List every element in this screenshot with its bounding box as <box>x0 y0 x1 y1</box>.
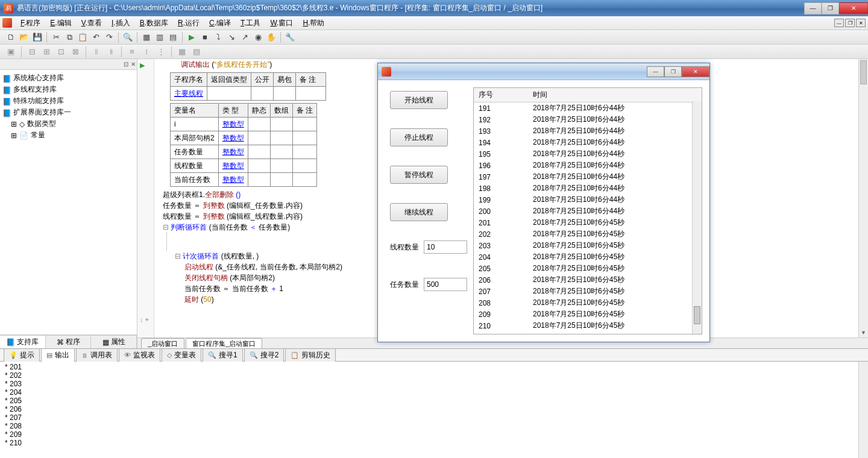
align2-icon[interactable]: ⊞ <box>40 46 52 58</box>
find-icon[interactable]: 🔍 <box>122 31 134 43</box>
mdi-min-button[interactable]: — <box>834 19 844 27</box>
menu-program[interactable]: F.程序 <box>16 16 45 30</box>
grid2-icon[interactable]: ▧ <box>190 46 203 58</box>
size2-icon[interactable]: ⫶ <box>140 46 153 58</box>
menu-view[interactable]: V.查看 <box>77 16 107 30</box>
dist2-icon[interactable]: ⫵ <box>105 46 117 58</box>
size3-icon[interactable]: ⋮ <box>155 46 167 58</box>
menu-window[interactable]: W.窗口 <box>265 16 298 30</box>
menu-tools[interactable]: T.工具 <box>236 16 265 30</box>
mdi-close-button[interactable]: ✕ <box>856 19 866 27</box>
tool-icon[interactable]: 🔧 <box>284 31 296 43</box>
layout1-icon[interactable]: ▦ <box>140 31 153 43</box>
copy-icon[interactable]: ⧉ <box>63 31 75 43</box>
step-over-icon[interactable]: ⤵ <box>212 31 224 43</box>
main-titlebar: 易 易语言(加密狗版) [正在运行] - C:\Users\admin\AppD… <box>0 0 868 16</box>
redo-icon[interactable]: ↷ <box>103 31 115 43</box>
align1-icon[interactable]: ⊟ <box>26 46 38 58</box>
toolbar-1: 🗋 📂 💾 ✂ ⧉ 📋 ↶ ↷ 🔍 ▦ ▥ ▤ ▶ ■ ⤵ ↘ ↗ ◉ ✋ 🔧 <box>0 30 868 45</box>
app-icon: 易 <box>4 4 13 13</box>
save-icon[interactable]: 💾 <box>31 31 43 43</box>
menu-run[interactable]: R.运行 <box>173 16 204 30</box>
step-out-icon[interactable]: ↗ <box>239 31 251 43</box>
step-into-icon[interactable]: ↘ <box>225 31 237 43</box>
title-text: 易语言(加密狗版) [正在运行] - C:\Users\admin\AppDat… <box>17 3 804 13</box>
toolbar-2: ▣ ⊟ ⊞ ⊡ ⊠ ⫴ ⫵ ≡ ⫶ ⋮ ▦ ▧ <box>0 45 868 59</box>
undo-icon[interactable]: ↶ <box>90 31 102 43</box>
layout2-icon[interactable]: ▥ <box>154 31 166 43</box>
dist1-icon[interactable]: ⫴ <box>90 46 102 58</box>
menu-database[interactable]: B.数据库 <box>135 16 173 30</box>
align-left-icon[interactable]: ▣ <box>5 46 17 58</box>
menubar: F.程序 E.编辑 V.查看 I.插入 B.数据库 R.运行 C.编译 T.工具… <box>0 16 868 30</box>
align3-icon[interactable]: ⊡ <box>55 46 67 58</box>
mdi-restore-button[interactable]: ❐ <box>845 19 855 27</box>
stop-icon[interactable]: ■ <box>199 31 211 43</box>
menu-edit[interactable]: E.编辑 <box>45 16 76 30</box>
breakpoint-icon[interactable]: ◉ <box>252 31 264 43</box>
menu-compile[interactable]: C.编译 <box>204 16 236 30</box>
open-icon[interactable]: 📂 <box>18 31 30 43</box>
grid1-icon[interactable]: ▦ <box>176 46 188 58</box>
size1-icon[interactable]: ≡ <box>126 46 138 58</box>
new-icon[interactable]: 🗋 <box>5 31 17 43</box>
menu-help[interactable]: H.帮助 <box>298 16 329 30</box>
paste-icon[interactable]: 📋 <box>77 31 89 43</box>
minimize-button[interactable]: — <box>804 2 822 14</box>
cursor-icon[interactable]: ✋ <box>265 31 277 43</box>
cut-icon[interactable]: ✂ <box>50 31 62 43</box>
menu-insert[interactable]: I.插入 <box>107 16 135 30</box>
mdi-icon <box>2 18 12 28</box>
align4-icon[interactable]: ⊠ <box>69 46 81 58</box>
layout3-icon[interactable]: ▤ <box>167 31 179 43</box>
maximize-button[interactable]: ❐ <box>822 2 839 14</box>
close-button[interactable]: ✕ <box>839 2 868 14</box>
run-icon[interactable]: ▶ <box>186 31 198 43</box>
